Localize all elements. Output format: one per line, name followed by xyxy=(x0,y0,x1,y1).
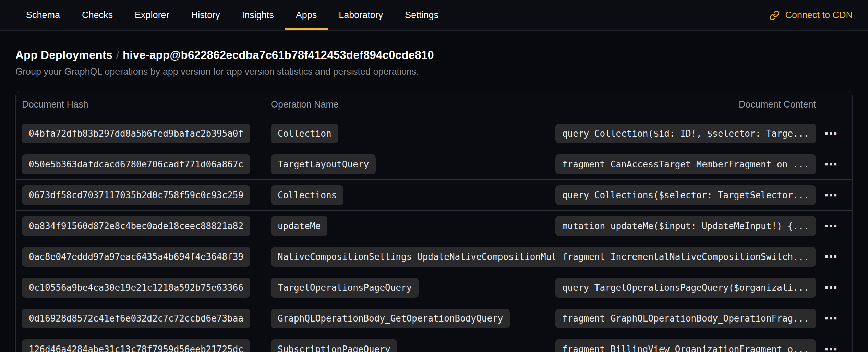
row-menu-button[interactable]: ⋯ xyxy=(821,341,841,352)
table-row: 0ac8e047eddd97a97eac6435a4b694f4e3648f39… xyxy=(16,241,852,272)
row-menu-button[interactable]: ⋯ xyxy=(821,310,841,327)
tab-settings[interactable]: Settings xyxy=(394,0,449,30)
table-row: 0673df58cd7037117035b2d0c758f59c0c93c259… xyxy=(16,179,852,210)
table-row: 0a834f91560d872e8c4bec0ade18ceec88821a82… xyxy=(16,210,852,241)
document-hash: 0c10556a9be4ca30e19e21c1218a592b75e63366 xyxy=(22,278,250,298)
breadcrumb-section: App Deployments xyxy=(15,49,113,61)
operation-name: TargetOperationsPageQuery xyxy=(271,278,419,298)
document-content: fragment CanAccessTarget_MemberFragment … xyxy=(555,154,816,174)
document-hash: 050e5b363dafdcacd6780e706cadf771d06a867c xyxy=(22,154,250,174)
tab-explorer[interactable]: Explorer xyxy=(124,0,180,30)
link-icon xyxy=(769,10,780,21)
breadcrumb: App Deployments/hive-app@b622862ecdba7c6… xyxy=(15,49,853,62)
column-header-document-content: Document Content xyxy=(739,99,816,110)
document-hash: 0d16928d8572c41ef6e032d2c7c72ccbd6e73baa xyxy=(22,309,250,328)
document-hash: 04bfa72dfb83b297dd8a5b6fed9bafac2b395a0f xyxy=(22,124,250,143)
tab-insights[interactable]: Insights xyxy=(231,0,285,30)
column-header-operation-name: Operation Name xyxy=(271,99,739,110)
table-row: 0d16928d8572c41ef6e032d2c7c72ccbd6e73baa… xyxy=(16,303,852,334)
operation-name: Collections xyxy=(271,185,343,205)
document-content: fragment IncrementalNativeCompositionSwi… xyxy=(555,247,816,267)
operation-name: GraphQLOperationBody_GetOperationBodyQue… xyxy=(271,309,510,328)
document-content: mutation updateMe($input: UpdateMeInput!… xyxy=(555,216,816,236)
tab-checks[interactable]: Checks xyxy=(71,0,124,30)
tab-schema[interactable]: Schema xyxy=(15,0,71,30)
operation-name: Collection xyxy=(271,124,338,143)
document-content: fragment BillingView_OrganizationFragmen… xyxy=(555,339,816,352)
table-row: 04bfa72dfb83b297dd8a5b6fed9bafac2b395a0f… xyxy=(16,118,852,149)
tab-history[interactable]: History xyxy=(180,0,231,30)
document-content: query Collection($id: ID!, $selector: Ta… xyxy=(555,124,816,143)
column-header-document-hash: Document Hash xyxy=(22,99,271,110)
tab-laboratory[interactable]: Laboratory xyxy=(328,0,394,30)
row-menu-button[interactable]: ⋯ xyxy=(821,125,841,142)
app-deployment-page: App Deployments/hive-app@b622862ecdba7c6… xyxy=(0,49,868,352)
table-row: 0c10556a9be4ca30e19e21c1218a592b75e63366… xyxy=(16,272,852,303)
connect-to-cdn-label: Connect to CDN xyxy=(785,10,853,21)
breadcrumb-app-id: hive-app@b622862ecdba7c61b78f412453def89… xyxy=(123,49,434,61)
table-row: 126d46a4284abe31c13c78f7959d56eeb21725dc… xyxy=(16,334,852,352)
deployments-table: Document Hash Operation Name Document Co… xyxy=(15,91,853,352)
row-menu-button[interactable]: ⋯ xyxy=(821,187,841,204)
nav-tabs: Schema Checks Explorer History Insights … xyxy=(15,0,449,30)
document-content: query Collections($selector: TargetSelec… xyxy=(555,185,816,205)
table-header-row: Document Hash Operation Name Document Co… xyxy=(16,91,852,118)
page-subtitle: Group your GraphQL operations by app ver… xyxy=(15,66,853,77)
document-hash: 0673df58cd7037117035b2d0c758f59c0c93c259 xyxy=(22,185,250,205)
table-row: 050e5b363dafdcacd6780e706cadf771d06a867c… xyxy=(16,149,852,179)
row-menu-button[interactable]: ⋯ xyxy=(821,156,841,173)
operation-name: updateMe xyxy=(271,216,327,236)
document-hash: 126d46a4284abe31c13c78f7959d56eeb21725dc xyxy=(22,339,250,352)
operation-name: SubscriptionPageQuery xyxy=(271,339,397,352)
operation-name: TargetLayoutQuery xyxy=(271,154,376,174)
row-menu-button[interactable]: ⋯ xyxy=(821,217,841,235)
operation-name: NativeCompositionSettings_UpdateNativeCo… xyxy=(271,247,590,267)
breadcrumb-separator: / xyxy=(113,49,123,61)
connect-to-cdn-button[interactable]: Connect to CDN xyxy=(769,0,853,30)
row-menu-button[interactable]: ⋯ xyxy=(821,279,841,296)
row-menu-button[interactable]: ⋯ xyxy=(821,248,841,265)
top-nav: Schema Checks Explorer History Insights … xyxy=(0,0,868,31)
document-content: query TargetOperationsPageQuery($organiz… xyxy=(555,278,816,298)
document-hash: 0a834f91560d872e8c4bec0ade18ceec88821a82 xyxy=(22,216,250,236)
tab-apps[interactable]: Apps xyxy=(285,0,328,30)
document-hash: 0ac8e047eddd97a97eac6435a4b694f4e3648f39 xyxy=(22,247,250,267)
document-content: fragment GraphQLOperationBody_OperationF… xyxy=(555,309,816,328)
